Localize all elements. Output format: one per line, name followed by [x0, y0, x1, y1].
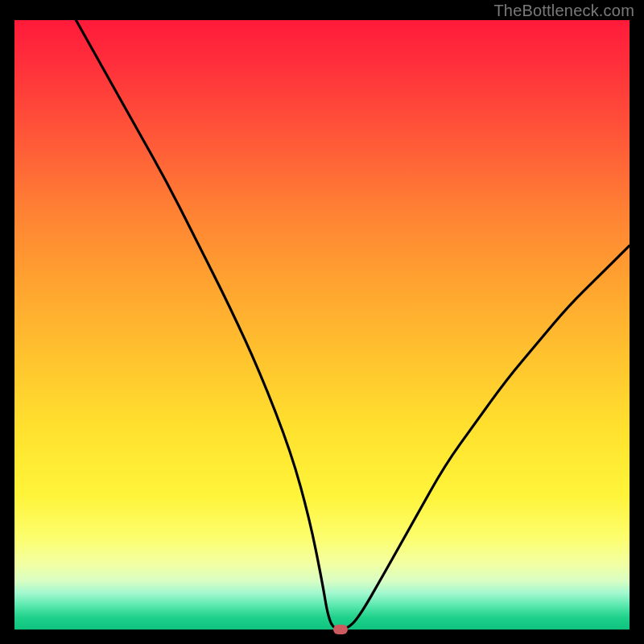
optimal-marker: [333, 625, 348, 634]
chart-frame: TheBottleneck.com: [0, 0, 644, 644]
plot-area: [14, 20, 630, 630]
bottleneck-curve: [14, 20, 630, 630]
attribution-label: TheBottleneck.com: [493, 2, 634, 20]
